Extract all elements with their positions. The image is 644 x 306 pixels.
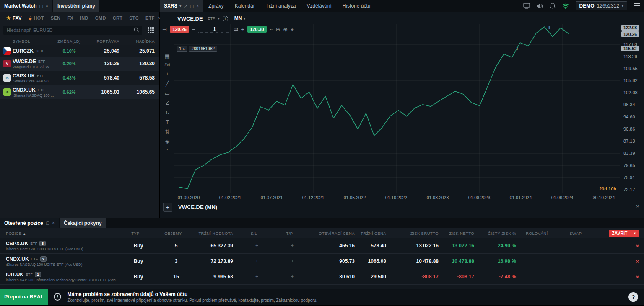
connection-wifi-icon[interactable] bbox=[562, 3, 569, 9]
add-indicator-icon[interactable]: + bbox=[166, 71, 169, 77]
pattern-tool-icon[interactable]: Z bbox=[166, 100, 169, 105]
text-tool-icon[interactable]: T bbox=[166, 119, 169, 125]
add-chart-button[interactable]: + bbox=[163, 203, 172, 212]
filter-tab-hot[interactable]: HOT bbox=[26, 12, 47, 24]
sl-add-button[interactable]: + bbox=[239, 274, 275, 280]
chevron-down-icon[interactable]: ▾ bbox=[179, 4, 181, 8]
col-market-price[interactable]: TRŽNÍ CENA bbox=[361, 231, 392, 236]
position-count-badge[interactable]: 2 bbox=[40, 256, 47, 262]
close-icon[interactable]: × bbox=[196, 4, 199, 8]
filter-tab-fx[interactable]: FX bbox=[64, 12, 76, 24]
position-row-cndx[interactable]: CNDX.UKETF2 iShares NASDAQ 100 UCITS ETF… bbox=[0, 254, 644, 269]
col-open-price[interactable]: OTEVÍRACÍ CENA bbox=[310, 231, 361, 236]
close-all-button[interactable]: ZAVŘÍT▾ bbox=[609, 230, 639, 237]
chevron-down-icon[interactable]: ▾ bbox=[218, 17, 220, 21]
share-icon[interactable]: ∴ bbox=[166, 148, 169, 154]
popout-icon[interactable]: ▢ bbox=[46, 221, 49, 225]
maximize-icon[interactable]: ↗ bbox=[184, 4, 187, 8]
compare-icon[interactable]: ⇅ bbox=[165, 129, 170, 134]
position-count-chip[interactable]: 1 ∧ bbox=[177, 46, 187, 52]
close-position-icon[interactable]: × bbox=[636, 258, 639, 265]
draw-shape-icon[interactable]: ▭ bbox=[165, 90, 170, 96]
col-net-profit[interactable]: ZISK NETTO bbox=[444, 231, 480, 236]
info-icon[interactable]: i bbox=[223, 16, 228, 21]
col-net-profit-pct[interactable]: ČISTÝ ZISK % bbox=[480, 231, 522, 236]
market-row-cndx[interactable]: iS CNDX.UKETF iShares NASDAQ 100 ... 0.6… bbox=[0, 85, 159, 99]
chart-close-icon[interactable]: × bbox=[636, 203, 639, 209]
filter-tab-fav[interactable]: ★FAV bbox=[3, 12, 25, 24]
bid-value[interactable]: 120.26 bbox=[84, 61, 119, 67]
col-rollover[interactable]: ROLOVÁNÍ bbox=[522, 231, 558, 236]
tab-open-positions[interactable]: Otevřené pozice ▢ × bbox=[0, 218, 59, 228]
close-position-icon[interactable]: × bbox=[636, 243, 639, 249]
tab-trzni-analyza[interactable]: Tržní analýza bbox=[260, 0, 301, 12]
sl-add-button[interactable]: + bbox=[239, 243, 275, 249]
col-swap[interactable]: SWAP bbox=[558, 231, 600, 236]
filter-tab-crt[interactable]: CRT bbox=[110, 12, 126, 24]
col-sl[interactable]: S/L bbox=[239, 231, 275, 236]
collapse-panel-icon[interactable]: ⊣ bbox=[162, 27, 167, 32]
objects-icon[interactable]: ◈ bbox=[165, 139, 169, 144]
tab-pending-orders[interactable]: Čekající pokyny bbox=[60, 218, 106, 228]
close-icon[interactable]: × bbox=[52, 221, 55, 225]
tab-investment-plans[interactable]: Investiční plány bbox=[53, 0, 99, 12]
position-row-iuit[interactable]: IUIT.UKETF1 iShares S&P 500 Information … bbox=[0, 269, 644, 285]
col-symbol[interactable]: SYMBOL bbox=[13, 39, 54, 44]
filter-tab-ind[interactable]: IND bbox=[77, 12, 91, 24]
search-icon[interactable] bbox=[134, 27, 139, 34]
grid-view-icon[interactable] bbox=[145, 26, 156, 34]
filter-tab-sen[interactable]: SEN bbox=[48, 12, 64, 24]
market-row-vwce[interactable]: V VWCE.DEETF Vanguard FTSE All-W... 0.20… bbox=[0, 57, 159, 71]
ask-value[interactable]: 120.30 bbox=[119, 61, 155, 67]
chart-position-label[interactable]: 1 ∧ #601651982 bbox=[177, 46, 217, 52]
filter-tab-stc[interactable]: STC bbox=[126, 12, 142, 24]
draw-line-icon[interactable]: ╱ bbox=[166, 81, 169, 86]
ask-value[interactable]: 1065.65 bbox=[119, 89, 155, 95]
tab-vzdelavani[interactable]: Vzdělávání bbox=[301, 0, 337, 12]
market-row-eurczk[interactable]: EURCZKCFD 0.10% 25.049 25.071 bbox=[0, 45, 159, 57]
market-row-cspx[interactable]: iS CSPX.UKETF iShares Core S&P 50... 0.4… bbox=[0, 71, 159, 85]
position-count-badge[interactable]: 3 bbox=[39, 241, 46, 246]
tp-add-button[interactable]: + bbox=[275, 258, 310, 264]
tp-add-button[interactable]: + bbox=[275, 274, 310, 280]
search-input[interactable] bbox=[3, 26, 142, 35]
ask-value[interactable]: 578.58 bbox=[119, 75, 155, 81]
tab-market-watch[interactable]: Market Watch ▢ × bbox=[0, 0, 52, 12]
ask-value[interactable]: 25.071 bbox=[119, 48, 155, 54]
chart-y-axis[interactable]: 117.03113.29109.55105.82102.0898.3494.60… bbox=[623, 24, 644, 193]
fx-indicator-icon[interactable]: f(x) bbox=[165, 63, 170, 67]
tab-chart-sxr8[interactable]: SXR8 ▾ ↗ ▢ × bbox=[160, 0, 203, 12]
help-button[interactable]: ? bbox=[628, 292, 638, 302]
chart-plot[interactable]: ‖‖ bbox=[174, 24, 620, 193]
popout-icon[interactable]: ▢ bbox=[190, 4, 194, 8]
col-gross-profit[interactable]: ZISK BRUTTO bbox=[392, 231, 444, 236]
tab-historie-uctu[interactable]: Historie účtu bbox=[337, 0, 376, 12]
filter-tab-etf[interactable]: ETF bbox=[143, 12, 158, 24]
col-volume[interactable]: OBJEMY bbox=[155, 231, 197, 236]
position-count-badge[interactable]: 1 bbox=[35, 272, 41, 277]
currency-tool-icon[interactable]: € bbox=[166, 110, 169, 115]
col-tp[interactable]: T/P bbox=[275, 231, 310, 236]
chart-symbol-select[interactable]: VWCE.DE bbox=[177, 15, 203, 22]
popout-icon[interactable]: ▢ bbox=[39, 4, 43, 8]
panel-icon[interactable]: ▦ bbox=[165, 54, 170, 59]
col-change[interactable]: ZMĚNA(1D) bbox=[54, 39, 84, 44]
col-position[interactable]: POZICE▲ bbox=[0, 231, 122, 236]
sl-add-button[interactable]: + bbox=[239, 258, 275, 264]
filter-tab-cmd[interactable]: CMD bbox=[92, 12, 109, 24]
bid-value[interactable]: 25.049 bbox=[84, 48, 119, 54]
chart-x-axis[interactable]: 01.09.202001.02.202101.07.202101.12.2021… bbox=[174, 195, 620, 201]
col-market-value[interactable]: TRŽNÍ HODNOTA bbox=[197, 231, 239, 236]
timeframe-select[interactable]: MN▾ bbox=[234, 15, 246, 21]
switch-to-real-button[interactable]: Přepni na REAL bbox=[0, 289, 48, 305]
col-type[interactable]: TYP bbox=[122, 231, 155, 236]
col-ask[interactable]: NABÍDKA bbox=[119, 39, 155, 44]
bid-value[interactable]: 578.40 bbox=[84, 75, 119, 81]
sound-alerts-icon[interactable] bbox=[536, 3, 543, 9]
tab-kalendar[interactable]: Kalendář bbox=[229, 0, 260, 12]
screens-icon[interactable] bbox=[523, 3, 530, 9]
position-row-cspx[interactable]: CSPX.UKETF3 iShares Core S&P 500 UCITS E… bbox=[0, 238, 644, 254]
menu-icon[interactable] bbox=[634, 3, 640, 8]
close-position-icon[interactable]: × bbox=[636, 274, 639, 280]
tp-add-button[interactable]: + bbox=[275, 243, 310, 249]
